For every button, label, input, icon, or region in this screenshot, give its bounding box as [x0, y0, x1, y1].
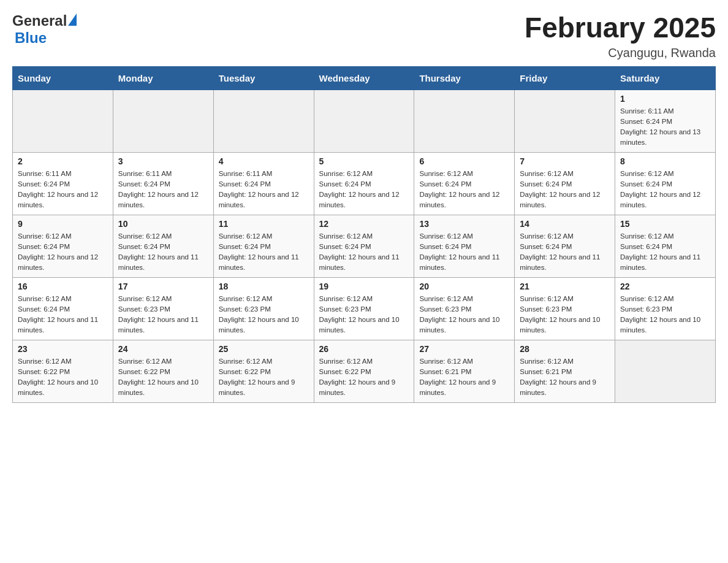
calendar-cell: 20Sunrise: 6:12 AM Sunset: 6:23 PM Dayli…	[414, 277, 515, 340]
calendar-cell: 15Sunrise: 6:12 AM Sunset: 6:24 PM Dayli…	[615, 215, 716, 277]
logo: General Blue	[12, 12, 77, 47]
calendar-cell: 2Sunrise: 6:11 AM Sunset: 6:24 PM Daylig…	[13, 152, 113, 215]
day-info: Sunrise: 6:12 AM Sunset: 6:24 PM Dayligh…	[419, 231, 509, 274]
day-info: Sunrise: 6:12 AM Sunset: 6:24 PM Dayligh…	[620, 169, 710, 211]
day-info: Sunrise: 6:12 AM Sunset: 6:23 PM Dayligh…	[620, 294, 710, 336]
day-number: 23	[18, 344, 108, 354]
calendar-cell: 13Sunrise: 6:12 AM Sunset: 6:24 PM Dayli…	[414, 215, 515, 277]
day-info: Sunrise: 6:12 AM Sunset: 6:23 PM Dayligh…	[319, 294, 409, 336]
day-number: 8	[620, 156, 710, 166]
day-number: 21	[520, 282, 610, 291]
day-info: Sunrise: 6:12 AM Sunset: 6:24 PM Dayligh…	[319, 169, 409, 211]
day-number: 19	[319, 282, 409, 291]
location-subtitle: Cyangugu, Rwanda	[525, 46, 716, 60]
day-number: 15	[620, 219, 710, 229]
day-number: 12	[319, 219, 409, 229]
day-number: 5	[319, 156, 409, 166]
day-info: Sunrise: 6:12 AM Sunset: 6:23 PM Dayligh…	[419, 294, 509, 336]
day-info: Sunrise: 6:12 AM Sunset: 6:24 PM Dayligh…	[18, 294, 108, 336]
day-number: 10	[118, 219, 208, 229]
day-number: 11	[219, 219, 309, 229]
day-info: Sunrise: 6:11 AM Sunset: 6:24 PM Dayligh…	[18, 169, 108, 211]
day-info: Sunrise: 6:11 AM Sunset: 6:24 PM Dayligh…	[620, 106, 710, 148]
day-number: 17	[118, 282, 208, 291]
day-info: Sunrise: 6:12 AM Sunset: 6:24 PM Dayligh…	[319, 231, 409, 274]
day-info: Sunrise: 6:11 AM Sunset: 6:24 PM Dayligh…	[118, 169, 208, 211]
day-info: Sunrise: 6:12 AM Sunset: 6:24 PM Dayligh…	[219, 231, 309, 274]
calendar-cell	[213, 90, 314, 152]
day-info: Sunrise: 6:11 AM Sunset: 6:24 PM Dayligh…	[219, 169, 309, 211]
weekday-header-saturday: Saturday	[615, 66, 716, 90]
calendar-cell: 25Sunrise: 6:12 AM Sunset: 6:22 PM Dayli…	[213, 340, 314, 402]
day-number: 13	[419, 219, 509, 229]
calendar-cell: 26Sunrise: 6:12 AM Sunset: 6:22 PM Dayli…	[314, 340, 414, 402]
weekday-header-row: SundayMondayTuesdayWednesdayThursdayFrid…	[13, 66, 716, 90]
calendar-week-row: 9Sunrise: 6:12 AM Sunset: 6:24 PM Daylig…	[13, 215, 716, 277]
calendar-cell: 9Sunrise: 6:12 AM Sunset: 6:24 PM Daylig…	[13, 215, 113, 277]
calendar-week-row: 16Sunrise: 6:12 AM Sunset: 6:24 PM Dayli…	[13, 277, 716, 340]
day-number: 28	[520, 344, 610, 354]
day-number: 2	[18, 156, 108, 166]
calendar-cell: 27Sunrise: 6:12 AM Sunset: 6:21 PM Dayli…	[414, 340, 515, 402]
calendar-cell: 3Sunrise: 6:11 AM Sunset: 6:24 PM Daylig…	[113, 152, 213, 215]
day-number: 7	[520, 156, 610, 166]
day-number: 24	[118, 344, 208, 354]
calendar-cell: 5Sunrise: 6:12 AM Sunset: 6:24 PM Daylig…	[314, 152, 414, 215]
day-number: 9	[18, 219, 108, 229]
day-info: Sunrise: 6:12 AM Sunset: 6:22 PM Dayligh…	[18, 356, 108, 399]
page-header: General Blue February 2025 Cyangugu, Rwa…	[12, 12, 716, 60]
day-number: 1	[620, 94, 710, 104]
calendar-cell: 14Sunrise: 6:12 AM Sunset: 6:24 PM Dayli…	[515, 215, 615, 277]
day-info: Sunrise: 6:12 AM Sunset: 6:24 PM Dayligh…	[18, 231, 108, 274]
calendar-cell	[515, 90, 615, 152]
calendar-cell: 4Sunrise: 6:11 AM Sunset: 6:24 PM Daylig…	[213, 152, 314, 215]
day-number: 6	[419, 156, 509, 166]
calendar-cell	[615, 340, 716, 402]
day-info: Sunrise: 6:12 AM Sunset: 6:24 PM Dayligh…	[620, 231, 710, 274]
calendar-cell: 12Sunrise: 6:12 AM Sunset: 6:24 PM Dayli…	[314, 215, 414, 277]
calendar-cell: 18Sunrise: 6:12 AM Sunset: 6:23 PM Dayli…	[213, 277, 314, 340]
calendar-cell: 7Sunrise: 6:12 AM Sunset: 6:24 PM Daylig…	[515, 152, 615, 215]
weekday-header-wednesday: Wednesday	[314, 66, 414, 90]
calendar-cell: 1Sunrise: 6:11 AM Sunset: 6:24 PM Daylig…	[615, 90, 716, 152]
day-info: Sunrise: 6:12 AM Sunset: 6:21 PM Dayligh…	[419, 356, 509, 399]
day-number: 20	[419, 282, 509, 291]
calendar-cell: 17Sunrise: 6:12 AM Sunset: 6:23 PM Dayli…	[113, 277, 213, 340]
calendar-table: SundayMondayTuesdayWednesdayThursdayFrid…	[12, 66, 716, 403]
day-number: 16	[18, 282, 108, 291]
day-info: Sunrise: 6:12 AM Sunset: 6:23 PM Dayligh…	[219, 294, 309, 336]
month-title: February 2025	[525, 12, 716, 44]
calendar-cell: 16Sunrise: 6:12 AM Sunset: 6:24 PM Dayli…	[13, 277, 113, 340]
weekday-header-tuesday: Tuesday	[213, 66, 314, 90]
calendar-cell	[414, 90, 515, 152]
weekday-header-thursday: Thursday	[414, 66, 515, 90]
day-info: Sunrise: 6:12 AM Sunset: 6:24 PM Dayligh…	[520, 231, 610, 274]
weekday-header-sunday: Sunday	[13, 66, 113, 90]
calendar-cell: 6Sunrise: 6:12 AM Sunset: 6:24 PM Daylig…	[414, 152, 515, 215]
calendar-cell: 19Sunrise: 6:12 AM Sunset: 6:23 PM Dayli…	[314, 277, 414, 340]
calendar-cell: 28Sunrise: 6:12 AM Sunset: 6:21 PM Dayli…	[515, 340, 615, 402]
calendar-cell	[314, 90, 414, 152]
day-info: Sunrise: 6:12 AM Sunset: 6:22 PM Dayligh…	[118, 356, 208, 399]
logo-general-text: General	[12, 12, 67, 29]
calendar-cell: 23Sunrise: 6:12 AM Sunset: 6:22 PM Dayli…	[13, 340, 113, 402]
day-number: 26	[319, 344, 409, 354]
day-number: 3	[118, 156, 208, 166]
day-info: Sunrise: 6:12 AM Sunset: 6:24 PM Dayligh…	[520, 169, 610, 211]
calendar-cell: 8Sunrise: 6:12 AM Sunset: 6:24 PM Daylig…	[615, 152, 716, 215]
day-info: Sunrise: 6:12 AM Sunset: 6:23 PM Dayligh…	[118, 294, 208, 336]
calendar-cell: 24Sunrise: 6:12 AM Sunset: 6:22 PM Dayli…	[113, 340, 213, 402]
title-area: February 2025 Cyangugu, Rwanda	[525, 12, 716, 60]
day-info: Sunrise: 6:12 AM Sunset: 6:21 PM Dayligh…	[520, 356, 610, 399]
calendar-cell	[13, 90, 113, 152]
day-info: Sunrise: 6:12 AM Sunset: 6:24 PM Dayligh…	[118, 231, 208, 274]
calendar-cell: 11Sunrise: 6:12 AM Sunset: 6:24 PM Dayli…	[213, 215, 314, 277]
day-number: 22	[620, 282, 710, 291]
calendar-cell	[113, 90, 213, 152]
logo-triangle-icon	[68, 13, 77, 26]
weekday-header-friday: Friday	[515, 66, 615, 90]
logo-blue-text: Blue	[15, 29, 47, 47]
day-number: 27	[419, 344, 509, 354]
calendar-week-row: 2Sunrise: 6:11 AM Sunset: 6:24 PM Daylig…	[13, 152, 716, 215]
day-number: 4	[219, 156, 309, 166]
